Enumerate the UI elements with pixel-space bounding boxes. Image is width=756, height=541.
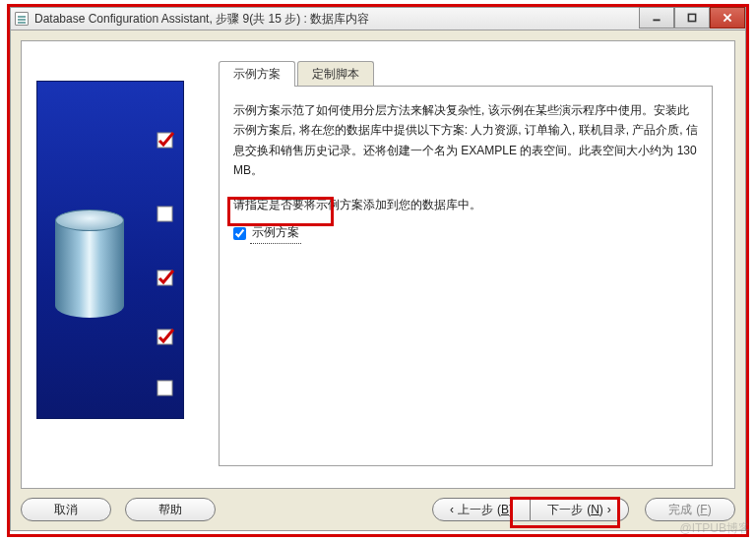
wizard-sidebar xyxy=(36,81,184,419)
titlebar-page: 数据库内容 xyxy=(310,11,369,28)
svg-rect-5 xyxy=(158,207,172,221)
back-chevron-icon: ‹ xyxy=(450,503,454,516)
wizard-content-frame: 示例方案 定制脚本 示例方案示范了如何使用分层方法来解决复杂性, 该示例在某些演… xyxy=(21,40,735,489)
step-indicator-empty-icon xyxy=(156,205,175,224)
back-label: 上一步 xyxy=(458,502,493,518)
help-button[interactable]: 帮助 xyxy=(125,498,216,521)
app-icon xyxy=(15,12,29,26)
watermark-text: @ITPUB博客 xyxy=(679,520,750,537)
finish-button[interactable]: 完成(F) xyxy=(645,498,735,521)
step-indicator-checked-icon xyxy=(156,131,175,150)
step-indicator-checked-icon xyxy=(156,269,175,288)
annotation-sample-checkbox-outline xyxy=(227,197,334,226)
sample-schema-checkbox[interactable] xyxy=(233,227,246,240)
svg-rect-8 xyxy=(158,381,172,395)
minimize-button[interactable] xyxy=(639,7,674,29)
step-indicator-checked-icon xyxy=(156,328,175,347)
maximize-button[interactable] xyxy=(674,7,710,29)
tab-custom-scripts[interactable]: 定制脚本 xyxy=(297,61,374,87)
close-button[interactable] xyxy=(710,7,745,29)
wizard-button-bar: 取消 帮助 ‹ 上一步(B) 下一步(N) › 完成(F) xyxy=(21,495,735,524)
cancel-button[interactable]: 取消 xyxy=(21,498,111,521)
finish-label: 完成 xyxy=(668,502,692,518)
tab-panel-sample-schemas: 示例方案示范了如何使用分层方法来解决复杂性, 该示例在某些演示程序中使用。安装此… xyxy=(219,86,713,466)
titlebar-step: 步骤 9(共 15 步) xyxy=(216,11,300,28)
back-hotkey: B xyxy=(501,503,509,516)
tab-sample-schemas[interactable]: 示例方案 xyxy=(219,61,295,87)
finish-hotkey: F xyxy=(700,503,707,516)
database-cylinder-icon xyxy=(55,210,124,328)
tab-strip: 示例方案 定制脚本 xyxy=(219,63,713,87)
step-indicator-empty-icon xyxy=(156,379,175,398)
titlebar-app: Database Configuration Assistant xyxy=(34,12,209,26)
svg-rect-1 xyxy=(688,14,695,21)
annotation-next-button-outline xyxy=(510,497,620,528)
window-client-area: 示例方案 定制脚本 示例方案示范了如何使用分层方法来解决复杂性, 该示例在某些演… xyxy=(10,30,746,531)
titlebar-sep1: , xyxy=(209,12,216,26)
sample-schema-description: 示例方案示范了如何使用分层方法来解决复杂性, 该示例在某些演示程序中使用。安装此… xyxy=(233,100,698,181)
titlebar-sep2: : xyxy=(300,12,310,26)
window-titlebar: Database Configuration Assistant , 步骤 9(… xyxy=(10,7,746,30)
